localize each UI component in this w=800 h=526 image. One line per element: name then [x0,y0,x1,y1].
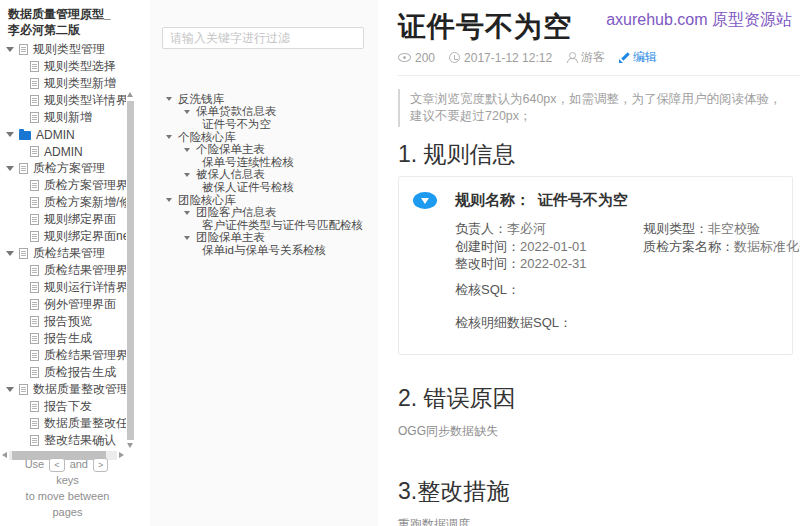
sidebar-page-item[interactable]: 规则类型详情界面 [0,92,126,109]
sidebar-page-item[interactable]: 规则运行详情界面 [0,279,126,296]
sidebar-page-item[interactable]: 报告生成 [0,330,126,347]
tree-node[interactable]: 个险核心库 [150,131,378,144]
author-meta: 游客 [566,49,605,66]
scroll-up-icon[interactable] [127,92,133,97]
expand-arrow-icon[interactable] [6,251,14,256]
sidebar-page-item[interactable]: 质检报告生成 [0,364,126,381]
width-notice: 文章浏览宽度默认为640px，如需调整，为了保障用户的阅读体验，建议不要超过72… [398,89,790,127]
sidebar-page-item[interactable]: 规则类型选择 [0,58,126,75]
sidebar-item-label: 报告生成 [44,330,92,347]
sidebar-item-label: 质检结果管理 [33,245,105,262]
sidebar-vertical-scrollbar[interactable] [127,92,134,448]
sidebar-page-item[interactable]: 质检方案管理界面 [0,177,126,194]
tree-node[interactable]: 团险客户信息表 [150,206,378,219]
page-icon [19,163,28,174]
page-icon [30,78,39,89]
sidebar-page-item[interactable]: 规则新增 [0,109,126,126]
section2-heading: 2. 错误原因 [398,383,800,414]
header-divider [398,75,800,76]
page-icon [30,401,39,412]
field-value: 非空校验 [708,221,760,236]
page-icon [30,435,39,446]
tree-node[interactable]: 反洗钱库 [150,93,378,106]
expand-arrow-icon[interactable] [184,110,190,114]
sidebar-item-label: 整改结果确认 [44,432,116,449]
rule-tree: 反洗钱库 保单贷款信息表 证件号不为空 个险核心库 个险保单主表 保单号连续性检… [150,93,378,257]
sidebar-page-item[interactable]: 规则绑定界面 [0,211,126,228]
expand-arrow-icon[interactable] [184,148,190,152]
sidebar-item-label: 例外管理界面 [44,296,116,313]
hint-text: to move between [0,488,135,504]
sidebar-page-item[interactable]: 例外管理界面 [0,296,126,313]
rule-fields: 负责人：李必河 创建时间：2022-01-01 整改时间：2022-02-31 … [455,220,780,332]
tree-node[interactable]: 团险核心库 [150,194,378,207]
rule-name-label: 规则名称： [455,191,530,208]
expand-arrow-icon[interactable] [6,387,14,392]
rule-field: 检核明细数据SQL： [455,314,643,332]
page-icon [30,231,39,242]
tree-node[interactable]: 团险保单主表 [150,232,378,245]
expand-arrow-icon[interactable] [166,135,172,139]
date-meta: 2017-1-12 12:12 [449,51,552,65]
sidebar-page-item[interactable]: ADMIN [0,126,126,143]
expand-arrow-icon[interactable] [166,198,172,202]
field-label: 规则类型： [643,221,708,236]
sidebar-page-item[interactable]: 质检方案管理 [0,160,126,177]
tree-node[interactable]: 证件号不为空 [150,118,378,131]
rule-fields-right: 规则类型：非空校验 质检方案名称：数据标准化一期检核 [643,220,800,332]
sidebar-page-item[interactable]: 数据质量整改任务创建 [0,415,126,432]
vertical-scroll-thumb[interactable] [127,101,134,440]
tree-node[interactable]: 保单贷款信息表 [150,106,378,119]
field-label: 检核明细数据SQL： [455,315,572,330]
sidebar-page-item[interactable]: 质检结果管理界面 [0,262,126,279]
expand-arrow-icon[interactable] [184,236,190,240]
sidebar-page-item[interactable]: 质检结果管理界面new [0,347,126,364]
sidebar-item-label: 质检结果管理界面 [44,262,126,279]
sidebar-page-item[interactable]: 数据质量整改管理 [0,381,126,398]
tree-node-label: 反洗钱库 [178,93,224,106]
rule-field: 创建时间：2022-01-01 [455,238,643,256]
section2-body: OGG同步数据缺失 [398,423,800,440]
tree-filter-input[interactable] [162,27,364,49]
sidebar-page-item[interactable]: 质检方案新增/修改弹框 [0,194,126,211]
page-icon [30,333,39,344]
site-watermark-link[interactable]: axurehub.com 原型资源站 [606,10,792,31]
expand-arrow-icon[interactable] [166,97,172,101]
page-icon [30,146,39,157]
author-name: 游客 [581,49,605,66]
prototype-title: 数据质量管理原型_李必河第二版 [0,0,135,40]
sidebar-page-item[interactable]: 报告预览 [0,313,126,330]
sidebar-page-item[interactable]: 规则绑定界面new [0,228,126,245]
edit-label: 编辑 [633,49,657,66]
edit-link[interactable]: 编辑 [619,49,657,66]
sidebar-page-item[interactable]: 规则类型新增 [0,75,126,92]
tree-node[interactable]: 被保人证件号检核 [150,181,378,194]
tree-node-label: 保单id与保单号关系检核 [202,244,326,257]
tree-node[interactable]: 个险保单主表 [150,143,378,156]
expand-arrow-icon[interactable] [184,211,190,215]
tree-node-label: 个险核心库 [178,131,236,144]
expand-arrow-icon[interactable] [6,47,14,52]
tree-node[interactable]: 保单号连续性检核 [150,156,378,169]
sidebar-page-item[interactable]: 规则类型管理 [0,41,126,58]
sidebar-item-label: 质检报告生成 [44,364,116,381]
sidebar-page-item[interactable]: 整改结果确认 [0,432,126,449]
sidebar-page-item[interactable]: ADMIN [0,143,126,160]
page-icon [19,384,28,395]
field-value: 李必河 [507,221,546,236]
sidebar-item-label: 报告下发 [44,398,92,415]
tree-node[interactable]: 保单id与保单号关系检核 [150,244,378,257]
sidebar-item-label: 质检方案管理界面 [44,177,126,194]
expand-arrow-icon[interactable] [184,173,190,177]
sidebar-page-item[interactable]: 报告下发 [0,398,126,415]
sidebar-page-item[interactable]: 质检结果管理 [0,245,126,262]
rule-name: 规则名称：证件号不为空 [455,191,628,210]
sidebar-item-label: 质检方案新增/修改弹框 [44,194,126,211]
hint-text: pages [0,504,135,520]
expand-arrow-icon[interactable] [6,166,14,171]
hint-text: Use [25,458,45,470]
scroll-down-icon[interactable] [127,443,133,448]
tree-node[interactable]: 客户证件类型与证件号匹配检核 [150,219,378,232]
tree-node[interactable]: 被保人信息表 [150,169,378,182]
expand-arrow-icon[interactable] [6,132,14,137]
